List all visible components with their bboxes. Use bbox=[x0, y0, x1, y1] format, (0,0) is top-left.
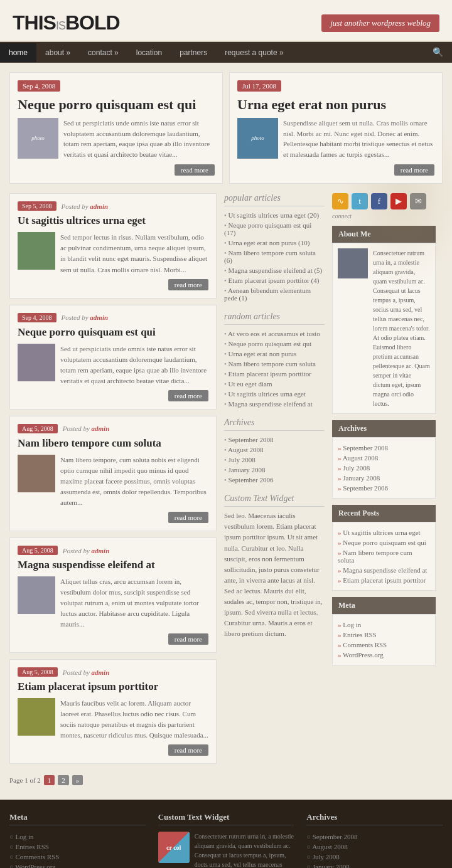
meta-content: Log in Entries RSS Comments RSS WordPres… bbox=[332, 614, 436, 665]
feat-read-more-2[interactable]: read more bbox=[237, 164, 434, 176]
footer-arch-0[interactable]: September 2008 bbox=[306, 832, 443, 842]
popular-item-1[interactable]: Neque porro quisquam est qui (17) bbox=[224, 220, 325, 238]
recent-3[interactable]: Magna suspendisse eleifend at bbox=[338, 565, 430, 575]
connect-label: connect bbox=[332, 213, 352, 220]
read-more-btn-post-0[interactable]: read more bbox=[168, 279, 208, 290]
archives-list: September 2008 August 2008 July 2008 Jan… bbox=[338, 443, 430, 493]
footer-custom-col: Custom Text Widget cr col Consectetuer r… bbox=[158, 812, 294, 868]
post-title-0[interactable]: Ut sagittis ultrices urna eget bbox=[18, 214, 208, 227]
post-body-2: Nam libero tempore, cum soluta nobis est… bbox=[18, 455, 208, 508]
site-logo[interactable]: THISISBOLD bbox=[13, 11, 120, 34]
random-item-2[interactable]: Urna eget erat non purus bbox=[224, 349, 325, 359]
post-title-3[interactable]: Magna suspendisse eleifend at bbox=[18, 559, 208, 571]
nav-quote[interactable]: request a quote » bbox=[216, 43, 292, 62]
arch-3[interactable]: January 2008 bbox=[338, 473, 430, 483]
nav-about[interactable]: about » bbox=[36, 43, 79, 62]
arch-mid-2[interactable]: July 2008 bbox=[224, 455, 325, 465]
footer-meta-2[interactable]: Comments RSS bbox=[9, 852, 146, 862]
post-read-more-2[interactable]: read more bbox=[18, 512, 208, 523]
post-title-2[interactable]: Nam libero tempore cum soluta bbox=[18, 437, 208, 450]
read-more-btn-2[interactable]: read more bbox=[394, 164, 434, 176]
arch-4[interactable]: September 2006 bbox=[338, 483, 430, 493]
feat-body-1: photo Sed ut perspiciatis unde omnis ist… bbox=[18, 118, 215, 159]
footer-arch-1[interactable]: August 2008 bbox=[306, 842, 443, 852]
post-author-1: Posted by admin bbox=[62, 314, 109, 321]
read-more-btn-post-1[interactable]: read more bbox=[168, 390, 208, 401]
twitter-icon[interactable]: t bbox=[352, 193, 368, 209]
random-item-4[interactable]: Etiam placerat ipsum porttitor bbox=[224, 369, 325, 379]
post-title-4[interactable]: Etiam placerat ipsum porttitor bbox=[18, 680, 208, 693]
post-title-1[interactable]: Neque porro quisquam est qui bbox=[18, 326, 208, 339]
random-articles-widget: random articles At vero eos et accusamus… bbox=[224, 312, 325, 409]
archives-content: September 2008 August 2008 July 2008 Jan… bbox=[332, 437, 436, 499]
arch-2[interactable]: July 2008 bbox=[338, 463, 430, 473]
recent-4[interactable]: Etiam placerat ipsum porttitor bbox=[338, 575, 430, 585]
post-read-more-1[interactable]: read more bbox=[18, 390, 208, 401]
arch-mid-3[interactable]: January 2008 bbox=[224, 465, 325, 475]
meta-2[interactable]: Comments RSS bbox=[338, 640, 430, 650]
random-item-7[interactable]: Magna suspendisse eleifend at bbox=[224, 399, 325, 409]
read-more-btn-post-3[interactable]: read more bbox=[168, 633, 208, 645]
random-articles-title: random articles bbox=[224, 312, 325, 325]
read-more-btn-post-2[interactable]: read more bbox=[168, 512, 208, 523]
feat-img-2: photo bbox=[237, 118, 278, 159]
popular-item-6[interactable]: Aenean bibendum elementum pede (1) bbox=[224, 285, 325, 303]
page-btn-next[interactable]: » bbox=[72, 775, 83, 785]
popular-item-3[interactable]: Nam libero tempore cum soluta (6) bbox=[224, 248, 325, 265]
post-read-more-0[interactable]: read more bbox=[18, 279, 208, 290]
nav-location[interactable]: location bbox=[127, 43, 171, 62]
page-btn-2[interactable]: 2 bbox=[58, 775, 69, 785]
random-item-5[interactable]: Ut eu eget diam bbox=[224, 379, 325, 389]
random-item-0[interactable]: At vero eos et accusamus et iusto bbox=[224, 329, 325, 339]
popular-item-0[interactable]: Ut sagittis ultrices urna eget (20) bbox=[224, 210, 325, 220]
center-sidebar: popular articles Ut sagittis ultrices ur… bbox=[224, 193, 325, 790]
read-more-btn-post-4[interactable]: read more bbox=[168, 744, 208, 756]
footer-arch-3[interactable]: January 2008 bbox=[306, 862, 443, 868]
footer-meta-list: Log in Entries RSS Comments RSS WordPres… bbox=[9, 832, 146, 868]
page-btn-1[interactable]: 1 bbox=[44, 775, 55, 785]
meta-0[interactable]: Log in bbox=[338, 620, 430, 630]
post-thumb-0 bbox=[18, 232, 55, 270]
popular-item-2[interactable]: Urna eget erat non purus (10) bbox=[224, 238, 325, 248]
arch-1[interactable]: August 2008 bbox=[338, 453, 430, 463]
footer-meta-3[interactable]: WordPress.org bbox=[9, 862, 146, 868]
archives-mid-list: September 2008 August 2008 July 2008 Jan… bbox=[224, 435, 325, 485]
meta-3[interactable]: WordPress.org bbox=[338, 650, 430, 660]
popular-item-5[interactable]: Etam placerat ipsum porttitor (4) bbox=[224, 275, 325, 285]
post-read-more-4[interactable]: read more bbox=[18, 744, 208, 756]
recent-1[interactable]: Neque porro quisquam est qui bbox=[338, 537, 430, 548]
random-item-6[interactable]: Ut sagittis ultrices urna eget bbox=[224, 389, 325, 399]
popular-item-4[interactable]: Magna suspendisse eleifend at (5) bbox=[224, 265, 325, 275]
nav-partners[interactable]: partners bbox=[171, 43, 216, 62]
recent-0[interactable]: Ut sagittis ultrices urna eget bbox=[338, 527, 430, 537]
nav-contact[interactable]: contact » bbox=[79, 43, 127, 62]
meta-1[interactable]: Entries RSS bbox=[338, 630, 430, 640]
facebook-icon[interactable]: f bbox=[371, 193, 387, 209]
rss-icon[interactable]: ∿ bbox=[332, 193, 348, 209]
arch-mid-1[interactable]: August 2008 bbox=[224, 445, 325, 455]
page-info: Page 1 of 2 bbox=[9, 776, 41, 784]
pagination: Page 1 of 2 1 2 » bbox=[9, 770, 217, 790]
arch-0[interactable]: September 2008 bbox=[338, 443, 430, 453]
search-icon[interactable]: 🔍 bbox=[424, 42, 452, 63]
archives-title: Archives bbox=[332, 420, 436, 437]
site-header: THISISBOLD just another wordpress weblog bbox=[0, 0, 452, 42]
feat-read-more-1[interactable]: read more bbox=[18, 164, 215, 176]
footer-meta-0[interactable]: Log in bbox=[9, 832, 146, 842]
post-author-4: Posted by admin bbox=[63, 669, 110, 676]
nav-home[interactable]: home bbox=[0, 43, 36, 62]
youtube-icon[interactable]: ▶ bbox=[390, 193, 407, 209]
email-icon[interactable]: ✉ bbox=[410, 193, 426, 209]
arch-mid-4[interactable]: September 2006 bbox=[224, 475, 325, 485]
recent-posts-content: Ut sagittis ultrices urna eget Neque por… bbox=[332, 522, 436, 591]
random-item-3[interactable]: Nam libero tempore cum soluta bbox=[224, 359, 325, 369]
post-thumb-1 bbox=[18, 344, 55, 381]
post-read-more-3[interactable]: read more bbox=[18, 633, 208, 645]
random-item-1[interactable]: Neque porro quisquam est qui bbox=[224, 339, 325, 349]
footer-arch-2[interactable]: July 2008 bbox=[306, 852, 443, 862]
read-more-btn-1[interactable]: read more bbox=[175, 164, 215, 176]
post-thumb-3 bbox=[18, 576, 55, 614]
footer-meta-1[interactable]: Entries RSS bbox=[9, 842, 146, 852]
recent-2[interactable]: Nam libero tempore cum soluta bbox=[338, 548, 430, 565]
arch-mid-0[interactable]: September 2008 bbox=[224, 435, 325, 445]
